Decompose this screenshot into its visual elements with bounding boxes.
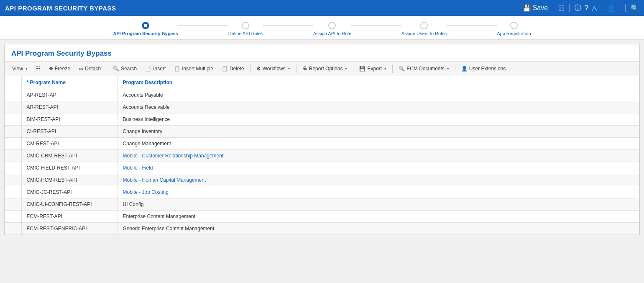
workflows-label: Workflows [263, 66, 286, 72]
row-number-cell [5, 89, 21, 101]
report-options-icon: 🖶 [302, 66, 307, 72]
program-name-cell: CM-REST-API [21, 138, 118, 150]
edit-icon[interactable]: ☷ [558, 4, 564, 12]
program-desc-cell: Mobile - Job Costing [118, 186, 639, 198]
detach-button[interactable]: ▭ Detach [75, 64, 104, 73]
table-row[interactable]: AR-REST-APIAccounts Receivable [5, 101, 639, 113]
insert-multiple-button[interactable]: 📋 Insert Multiple [171, 64, 217, 73]
program-desc-cell: Accounts Payable [118, 89, 639, 101]
table-row[interactable]: CMIC-CRM-REST-APIMobile - Customer Relat… [5, 150, 639, 162]
report-options-button[interactable]: 🖶 Report Options ▾ [299, 64, 351, 73]
delete-button[interactable]: 📋 Delete [218, 64, 248, 73]
insert-multiple-icon: 📋 [174, 66, 180, 72]
view-button[interactable]: View ▾ [9, 64, 31, 73]
insert-label: Insert [153, 66, 166, 72]
global-search-icon[interactable]: 🔍 [631, 4, 639, 12]
program-desc-cell: Business Intelligence [118, 113, 639, 126]
header-icons: 💾 Save ☷ ⓘ ? △ 👤 ▾ 🔍 [523, 4, 639, 13]
ecm-documents-label: ECM Documents [406, 66, 445, 72]
wizard-step-4-circle [420, 22, 428, 29]
save-button[interactable]: 💾 Save [523, 4, 548, 12]
search-label: Search [121, 66, 137, 72]
delete-label: Delete [230, 66, 244, 72]
table-row[interactable]: CMIC-JC-REST-APIMobile - Job Costing [5, 186, 639, 198]
program-name-cell: CMIC-JC-REST-API [21, 186, 118, 198]
view-chevron-icon: ▾ [26, 67, 28, 71]
program-name-cell: CI-REST-API [21, 126, 118, 138]
toolbar: View ▾ ☷ ✥ Freeze ▭ Detach 🔍 Search 📄 In… [5, 61, 639, 76]
view-label: View [12, 66, 23, 72]
workflows-chevron-icon: ▾ [288, 67, 290, 71]
search-button[interactable]: 🔍 Search [110, 64, 140, 73]
table-row[interactable]: CMIC-HCM-REST-APIMobile - Human Capital … [5, 174, 639, 186]
row-number-cell [5, 211, 21, 223]
save-disk-icon: 💾 [523, 4, 531, 12]
table-header: * Program Name Program Description [5, 76, 639, 89]
edit-rows-button[interactable]: ☷ [33, 64, 44, 73]
wizard-step-4-label: Assign Users to Roles [401, 31, 447, 36]
row-number-cell [5, 138, 21, 150]
table-row[interactable]: CM-REST-APIChange Management [5, 138, 639, 150]
wizard-steps: API Program Security Bypass Define API R… [113, 22, 531, 36]
table-row[interactable]: BIM-REST-APIBusiness Intelligence [5, 113, 639, 126]
info-circle-icon[interactable]: ⓘ [575, 4, 581, 13]
export-button[interactable]: 💾 Export ▾ [356, 64, 390, 73]
row-number-cell [5, 126, 21, 138]
program-name-cell: AP-REST-API [21, 89, 118, 101]
table-row[interactable]: ECM-REST-APIEnterprise Content Managemen… [5, 211, 639, 223]
warning-triangle-icon[interactable]: △ [592, 4, 597, 12]
insert-button[interactable]: 📄 Insert [142, 64, 169, 73]
user-menu-button[interactable]: 👤 ▾ [607, 4, 620, 12]
col-header-program-description[interactable]: Program Description [118, 76, 639, 89]
table-header-row: * Program Name Program Description [5, 76, 639, 89]
table-row[interactable]: CMIC-FIELD-REST-APIMobile - Field [5, 162, 639, 174]
user-extensions-icon: 👤 [461, 66, 468, 72]
program-name-cell: CMIC-HCM-REST-API [21, 174, 118, 186]
wizard-step-5-label: App Registration [497, 31, 531, 36]
wizard-step-2[interactable]: Define API Roles [228, 22, 263, 36]
wizard-step-1-label: API Program Security Bypass [113, 31, 178, 36]
wizard-step-1[interactable]: API Program Security Bypass [113, 22, 178, 36]
toolbar-sep-3 [296, 64, 296, 73]
delete-icon: 📋 [222, 66, 228, 72]
wizard-step-3[interactable]: Assign API to Role [313, 22, 351, 36]
page-title: API Program Security Bypass [5, 44, 639, 61]
program-name-cell: CMIC-UI-CONFIG-REST-API [21, 198, 118, 211]
ecm-documents-button[interactable]: 🔍 ECM Documents ▾ [395, 64, 452, 73]
col-header-row-num [5, 76, 21, 89]
wizard-step-3-label: Assign API to Role [313, 31, 351, 36]
toolbar-sep-6 [455, 64, 455, 73]
help-circle-icon[interactable]: ? [585, 4, 588, 12]
toolbar-sep-4 [353, 64, 353, 73]
page-content: API Program Security Bypass View ▾ ☷ ✥ F… [4, 44, 640, 235]
user-extensions-button[interactable]: 👤 User Extensions [458, 64, 509, 73]
detach-label: Detach [85, 66, 101, 72]
row-number-cell [5, 162, 21, 174]
user-extensions-label: User Extensions [469, 66, 506, 72]
program-desc-cell: Accounts Receivable [118, 101, 639, 113]
table-row[interactable]: CI-REST-APIChange Inventory [5, 126, 639, 138]
toolbar-sep-5 [392, 64, 393, 73]
search-icon: 🔍 [113, 66, 119, 72]
report-options-chevron-icon: ▾ [345, 67, 347, 71]
table-row[interactable]: ECM-REST-GENERIC-APIGeneric Enterprise C… [5, 223, 639, 235]
workflows-button[interactable]: ⚙ Workflows ▾ [253, 64, 294, 73]
wizard-step-5[interactable]: App Registration [497, 22, 531, 36]
ecm-chevron-icon: ▾ [447, 67, 449, 71]
freeze-button[interactable]: ✥ Freeze [46, 64, 74, 73]
table-row[interactable]: CMIC-UI-CONFIG-REST-APIUI Config [5, 198, 639, 211]
edit-rows-icon: ☷ [36, 66, 41, 72]
program-desc-cell: Mobile - Customer Relationship Managemen… [118, 150, 639, 162]
table-row[interactable]: AP-REST-APIAccounts Payable [5, 89, 639, 101]
program-desc-cell: Enterprise Content Management [118, 211, 639, 223]
col-header-program-name[interactable]: * Program Name [21, 76, 118, 89]
row-number-cell [5, 101, 21, 113]
program-name-cell: ECM-REST-GENERIC-API [21, 223, 118, 235]
wizard-step-4[interactable]: Assign Users to Roles [401, 22, 447, 36]
wizard-connector-2 [263, 25, 313, 26]
program-desc-cell: Change Management [118, 138, 639, 150]
program-desc-cell: Mobile - Field [118, 162, 639, 174]
app-header: API PROGRAM SECURITY BYPASS 💾 Save ☷ ⓘ ?… [0, 0, 644, 16]
program-name-cell: ECM-REST-API [21, 211, 118, 223]
detach-icon: ▭ [79, 66, 83, 72]
